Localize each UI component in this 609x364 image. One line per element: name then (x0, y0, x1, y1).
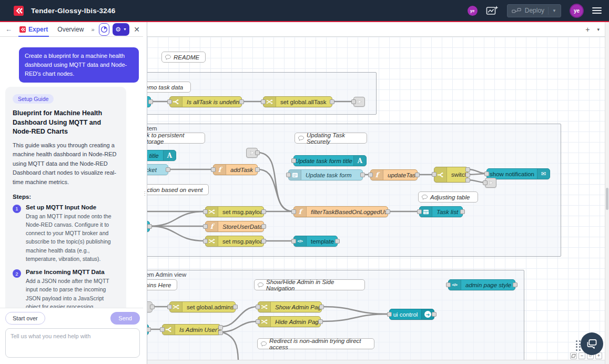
port-out[interactable] (255, 150, 260, 155)
port-in[interactable] (432, 172, 437, 177)
chat-input[interactable] (5, 328, 140, 358)
node-change-set-alltask[interactable]: set global.allTask (263, 96, 332, 107)
horizontal-scrollbar[interactable] (147, 360, 605, 364)
port-in[interactable] (256, 305, 260, 309)
port-in[interactable] (484, 171, 489, 176)
port-out[interactable] (261, 224, 266, 229)
comment-redirect-nonadmin[interactable]: Redirect is non-admin trying direct acce… (257, 338, 374, 349)
port-out[interactable] (318, 319, 323, 324)
settings-dropdown-button[interactable]: ⚙ ▼ (113, 23, 129, 36)
port-in[interactable] (160, 327, 165, 332)
node-switch-is-admin[interactable]: Is Admin User? (162, 324, 221, 335)
deploy-caret-icon[interactable]: ▼ (548, 7, 556, 15)
port-in[interactable] (291, 209, 296, 214)
node-function-updatetask[interactable]: f updateTask (370, 169, 418, 180)
port-in[interactable] (483, 180, 488, 185)
close-icon[interactable]: ✕ (134, 25, 140, 34)
node-clipped-ui-event[interactable] (147, 221, 150, 232)
node-ticket-form[interactable]: ticket (147, 164, 168, 175)
port-out[interactable] (513, 282, 517, 287)
node-clipped-inject[interactable] (147, 96, 151, 107)
back-arrow-icon[interactable]: ← (4, 25, 13, 33)
port-out[interactable] (150, 305, 155, 309)
start-over-button[interactable]: Start over (5, 312, 45, 325)
node-ui-form-update[interactable]: Update task form (288, 169, 363, 180)
port-in[interactable] (211, 167, 216, 172)
port-out[interactable] (261, 209, 266, 214)
port-out[interactable] (465, 173, 470, 177)
port-in[interactable] (256, 319, 260, 324)
port-in[interactable] (417, 209, 422, 214)
node-function-filtertask[interactable]: f filterTaskBasedOnLoggedUser (293, 206, 388, 217)
comment-admins-here[interactable]: mins Here (147, 279, 177, 290)
node-ui-text-update-title[interactable]: Update task form title A (293, 155, 367, 166)
comment-action-on-event[interactable]: action based on event (147, 184, 209, 195)
port-in[interactable] (351, 99, 356, 104)
port-out[interactable] (239, 99, 244, 104)
port-out[interactable] (335, 239, 340, 244)
port-out[interactable] (432, 312, 437, 317)
port-out[interactable] (218, 325, 223, 330)
port-in[interactable] (446, 282, 451, 287)
comment-readme[interactable]: README (161, 52, 206, 63)
node-switch[interactable]: switch (434, 167, 468, 183)
more-tabs-icon[interactable]: » (90, 26, 95, 33)
comment-updating-task[interactable]: Updating Task Securely (295, 133, 367, 144)
port-in[interactable] (368, 173, 373, 177)
node-change-show-admin[interactable]: Show Admin Page (258, 301, 322, 312)
node-ui-text-form-title[interactable]: m title A (147, 150, 176, 161)
port-out[interactable] (255, 167, 260, 172)
port-in[interactable] (286, 173, 291, 177)
node-ui-toast-notification[interactable]: show notification ✉ (486, 168, 550, 179)
flow-list-button[interactable]: ▾ (597, 27, 600, 32)
node-ui-template-adminstyle[interactable]: </> admin page style (448, 279, 515, 290)
node-change-hide-admin[interactable]: Hide Admin Page (258, 316, 321, 327)
pie-chart-button[interactable] (99, 23, 109, 36)
comment-persistent-storage[interactable]: sk to persistent storage (147, 133, 205, 144)
port-in[interactable] (387, 312, 392, 317)
node-link-in[interactable] (246, 148, 258, 158)
panel-resize-handle[interactable]: ⋮ (143, 22, 147, 364)
node-link-out[interactable] (485, 178, 496, 188)
port-out[interactable] (261, 239, 266, 244)
port-out[interactable] (465, 178, 470, 183)
port-out[interactable] (460, 209, 465, 214)
port-out[interactable] (330, 99, 334, 104)
port-out[interactable] (360, 173, 365, 177)
node-ui-table-tasklist[interactable]: Task list (419, 206, 463, 217)
node-function-addtask[interactable]: f addTask (213, 164, 258, 175)
port-in[interactable] (167, 305, 172, 309)
port-out[interactable] (233, 305, 238, 309)
blueprint-sparkle-icon[interactable] (486, 5, 499, 16)
node-ui-control[interactable]: ui control ➜ (389, 309, 434, 320)
vertical-scrollbar[interactable] (605, 22, 609, 364)
port-in[interactable] (167, 99, 172, 104)
port-out[interactable] (148, 99, 153, 104)
port-in[interactable] (203, 209, 208, 214)
port-out[interactable] (147, 327, 151, 332)
port-out[interactable] (319, 305, 324, 309)
node-function-storeuserdata[interactable]: f StoreUserData (205, 221, 264, 232)
comment-showhide-admin[interactable]: Show/Hide Admin in Side Navigation (254, 279, 365, 290)
navigator-map-button[interactable] (570, 352, 577, 359)
scrollbar-thumb[interactable] (606, 188, 608, 210)
deploy-button[interactable]: Deploy ▼ (507, 4, 561, 17)
send-button[interactable]: Send (110, 312, 140, 325)
flow-canvas[interactable]: ystem stem Admin view (147, 37, 605, 360)
node-clipped-gray[interactable] (147, 301, 153, 312)
port-in[interactable] (261, 99, 266, 104)
port-out[interactable] (147, 224, 152, 229)
node-ui-template[interactable]: </> template (293, 236, 338, 247)
comment-demo-task-data[interactable]: emo task data (147, 82, 191, 93)
node-switch-alltask[interactable]: Is allTask is undefined (169, 96, 242, 107)
port-out[interactable] (415, 173, 420, 177)
node-change-set-payload-1[interactable]: set msg.payload (205, 206, 264, 217)
tab-expert[interactable]: Expert (16, 22, 51, 37)
tab-overview[interactable]: Overview (54, 22, 87, 37)
hamburger-menu-icon[interactable] (592, 7, 602, 14)
drag-handle-dots[interactable] (576, 340, 581, 351)
port-in[interactable] (203, 224, 208, 229)
node-clipped-ui-event2[interactable] (147, 324, 149, 335)
port-out[interactable] (465, 167, 470, 172)
port-in[interactable] (291, 239, 296, 244)
